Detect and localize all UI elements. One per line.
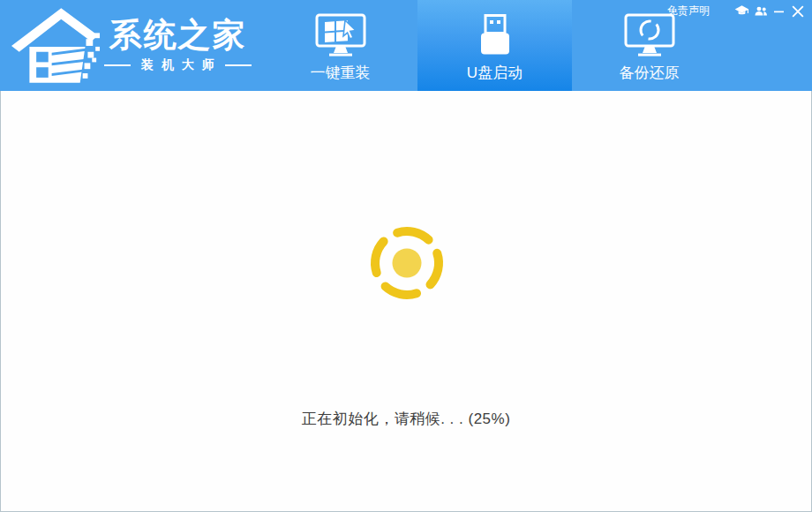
status-message: 正在初始化，请稍候. . . (25%) [1, 409, 811, 429]
tab-label: 备份还原 [620, 63, 680, 83]
brand-subtitle: 装机大师 [104, 57, 252, 73]
titlebar-controls: 免责声明 [667, 0, 812, 22]
tab-label: U盘启动 [467, 63, 523, 83]
brand-subtitle-text: 装机大师 [141, 57, 222, 73]
header: 系统之家 装机大师 [0, 0, 812, 91]
brand-logo: 系统之家 装机大师 [11, 4, 252, 84]
minimize-button[interactable] [770, 2, 788, 20]
subtitle-dash-right [225, 64, 252, 66]
tab-bar: 一键重装 U盘启动 备份还原 [263, 0, 726, 91]
house-logo-icon [11, 4, 101, 84]
tab-label: 一键重装 [311, 63, 371, 83]
close-button[interactable] [788, 2, 807, 20]
disclaimer-link[interactable]: 免责声明 [667, 4, 710, 19]
tab-usb-boot[interactable]: U盘启动 [417, 0, 572, 91]
monitor-windows-cursor-icon [313, 13, 368, 57]
user-group-icon[interactable] [751, 2, 770, 20]
customer-service-icon[interactable] [733, 2, 751, 20]
brand-name: 系统之家 [109, 16, 247, 55]
tab-one-key-reinstall[interactable]: 一键重装 [263, 0, 417, 91]
main-content: 正在初始化，请稍候. . . (25%) [0, 91, 812, 512]
brand-text: 系统之家 装机大师 [104, 16, 252, 73]
app-window: 系统之家 装机大师 [0, 0, 812, 512]
usb-drive-icon [472, 13, 518, 57]
loading-spinner-icon [366, 222, 447, 304]
subtitle-dash-left [104, 64, 131, 66]
